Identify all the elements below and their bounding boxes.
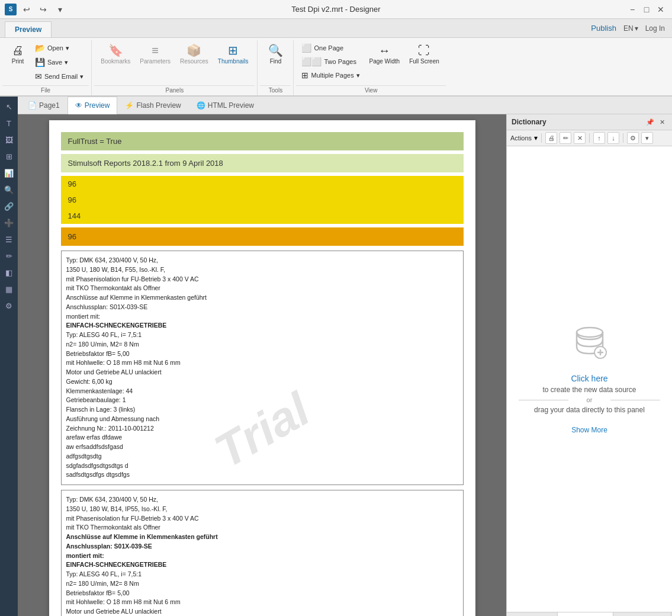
yellow-block: 96 96 144: [61, 176, 464, 224]
preview-area[interactable]: Trial FullTrust = True Stimulsoft Report…: [18, 114, 506, 616]
rp-tab-report-tree[interactable]: 🌲 Report Tree: [613, 612, 671, 616]
find-button[interactable]: 🔍 Find: [262, 41, 288, 66]
bookmarks-button[interactable]: 🔖 Bookmarks: [97, 41, 134, 66]
sidebar-icon-search[interactable]: 🔍: [1, 182, 17, 197]
email-button[interactable]: ✉ Send Email ▾: [32, 70, 86, 83]
dict-pin-button[interactable]: 📌: [645, 117, 655, 127]
dict-copy-button[interactable]: 🖨: [545, 132, 557, 144]
sidebar-icon-layers[interactable]: ◧: [1, 265, 17, 280]
dict-close-button[interactable]: ✕: [657, 117, 667, 127]
multiple-pages-button[interactable]: ⊞ Multiple Pages ▾: [298, 69, 364, 82]
sidebar-icon-list[interactable]: ☰: [1, 232, 17, 247]
db-svg: [572, 324, 607, 360]
dict-more-button[interactable]: ▾: [641, 132, 653, 144]
thumbnails-button[interactable]: ⊞ Thumbnails: [214, 41, 253, 66]
minimize-button[interactable]: −: [626, 3, 639, 16]
sidebar-icon-image[interactable]: 🖼: [1, 132, 17, 147]
save-icon: 💾: [35, 57, 45, 67]
page1-icon: 📄: [28, 101, 37, 110]
language-button[interactable]: EN▾: [623, 24, 638, 33]
bold-text-1: EINFACH-SCHNECKENGETRIEBE: [66, 322, 167, 329]
one-page-button[interactable]: ⬜ One Page: [298, 41, 364, 54]
database-icon: [572, 324, 607, 367]
rp-tab-dictionary[interactable]: 📚 Dictionary: [558, 612, 613, 616]
sidebar-icon-cursor[interactable]: ↖: [1, 99, 17, 114]
page-width-icon: ↔: [378, 43, 390, 57]
or-label: or: [519, 396, 660, 403]
page-width-button[interactable]: ↔ Page Width: [365, 41, 404, 66]
two-pages-button[interactable]: ⬜⬜ Two Pages: [298, 55, 364, 68]
ribbon-file-buttons: 🖨 Print 📂 Open ▾ 💾 Save ▾ ✉: [2, 40, 89, 84]
preview-icon: 👁: [75, 101, 82, 110]
sidebar-icon-bar[interactable]: ▦: [1, 281, 17, 297]
window-title: Test Dpi v2.mrt - Designer: [291, 5, 380, 14]
resources-icon: 📦: [187, 43, 201, 57]
yellow-line-2: 96: [61, 192, 464, 208]
sidebar-icon-edit[interactable]: ✏: [1, 248, 17, 264]
sidebar-icon-chart[interactable]: 📊: [1, 165, 17, 181]
tab-flash[interactable]: ⚡ Flash Preview: [117, 97, 188, 114]
separator-1: [541, 133, 542, 143]
file-group-label: File: [2, 85, 89, 95]
click-here-label[interactable]: Click here: [571, 374, 607, 383]
ribbon-tab-preview[interactable]: Preview: [5, 21, 52, 37]
content-area: Trial FullTrust = True Stimulsoft Report…: [18, 114, 672, 616]
orange-line: 96: [61, 227, 464, 246]
parameters-icon: ≡: [152, 43, 159, 57]
ribbon-tools-buttons: 🔍 Find: [260, 40, 291, 84]
report-row-fulltrust: FullTrust = True: [61, 132, 464, 150]
sidebar-icon-link[interactable]: 🔗: [1, 198, 17, 214]
resources-button[interactable]: 📦 Resources: [176, 41, 213, 66]
bold-anschluss: Anschlüsse auf Klemme in Klemmenkasten g…: [66, 533, 218, 540]
separator-3: [623, 133, 623, 143]
rp-tab-properties[interactable]: ⚙ Properties: [507, 612, 558, 616]
right-panel: Dictionary 📌 ✕ Actions ▾ 🖨 ✏ ✕ ↑ ↓: [506, 114, 672, 616]
ribbon-group-panels: 🔖 Bookmarks ≡ Parameters 📦 Resources ⊞ T…: [92, 40, 258, 95]
redo-button[interactable]: ↪: [37, 3, 50, 16]
undo-button[interactable]: ↩: [20, 3, 33, 16]
login-button[interactable]: Log In: [645, 24, 665, 33]
app-icon: S: [5, 4, 17, 15]
sidebar-icon-table[interactable]: ⊞: [1, 149, 17, 164]
sidebar-icon-plus[interactable]: ➕: [1, 215, 17, 230]
bold-text-2: EINFACH-SCHNECKENGETRIEBE: [66, 561, 167, 568]
title-bar-left: S ↩ ↪ ▾: [5, 3, 66, 16]
two-pages-icon: ⬜⬜: [301, 57, 321, 66]
dict-delete-button[interactable]: ✕: [574, 132, 586, 144]
right-panel-bottom-tabs: ⚙ Properties 📚 Dictionary 🌲 Report Tree: [507, 612, 672, 616]
dict-down-button[interactable]: ↓: [607, 132, 619, 144]
text-block-2: Typ: DMK 634, 230/400 V, 50 Hz, 1350 U, …: [61, 490, 464, 616]
tabs-area: 📄 Page1 👁 Preview ⚡ Flash Preview 🌐 HTML…: [18, 97, 672, 616]
maximize-button[interactable]: □: [640, 3, 653, 16]
open-button[interactable]: 📂 Open ▾: [32, 41, 86, 54]
dictionary-title: Dictionary: [512, 118, 546, 126]
print-button[interactable]: 🖨 Print: [5, 41, 31, 66]
tab-preview[interactable]: 👁 Preview: [67, 97, 118, 114]
save-button[interactable]: 💾 Save ▾: [32, 56, 86, 69]
report-row-version: Stimulsoft Reports 2018.2.1 from 9 April…: [61, 154, 464, 172]
ribbon: Preview Publish EN▾ Log In 🖨 Print 📂 Ope…: [0, 19, 672, 97]
tab-html[interactable]: 🌐 HTML Preview: [189, 97, 262, 114]
tabs-bar: 📄 Page1 👁 Preview ⚡ Flash Preview 🌐 HTML…: [18, 97, 672, 114]
sidebar-icon-text[interactable]: T: [1, 116, 17, 131]
open-icon: 📂: [35, 43, 45, 53]
close-button[interactable]: ✕: [654, 3, 667, 16]
dictionary-actions-bar: Actions ▾ 🖨 ✏ ✕ ↑ ↓ ⚙ ▾: [507, 130, 672, 146]
full-screen-button[interactable]: ⛶ Full Screen: [405, 41, 443, 66]
full-screen-icon: ⛶: [418, 43, 430, 57]
multiple-pages-icon: ⊞: [301, 70, 308, 80]
dict-edit-button[interactable]: ✏: [560, 132, 571, 144]
dict-up-button[interactable]: ↑: [593, 132, 605, 144]
parameters-button[interactable]: ≡ Parameters: [136, 41, 175, 66]
window-controls: − □ ✕: [626, 3, 667, 16]
actions-label: Actions: [510, 134, 532, 142]
one-page-icon: ⬜: [301, 43, 311, 53]
dict-gear-button[interactable]: ⚙: [627, 132, 639, 144]
show-more-button[interactable]: Show More: [571, 426, 607, 434]
publish-button[interactable]: Publish: [591, 24, 616, 33]
quick-access-button[interactable]: ▾: [53, 3, 66, 16]
thumbnails-icon: ⊞: [228, 43, 238, 57]
tab-page1[interactable]: 📄 Page1: [20, 97, 67, 114]
sidebar-icon-settings[interactable]: ⚙: [1, 298, 17, 313]
text-block-1: Typ: DMK 634, 230/400 V, 50 Hz, 1350 U, …: [61, 251, 464, 485]
